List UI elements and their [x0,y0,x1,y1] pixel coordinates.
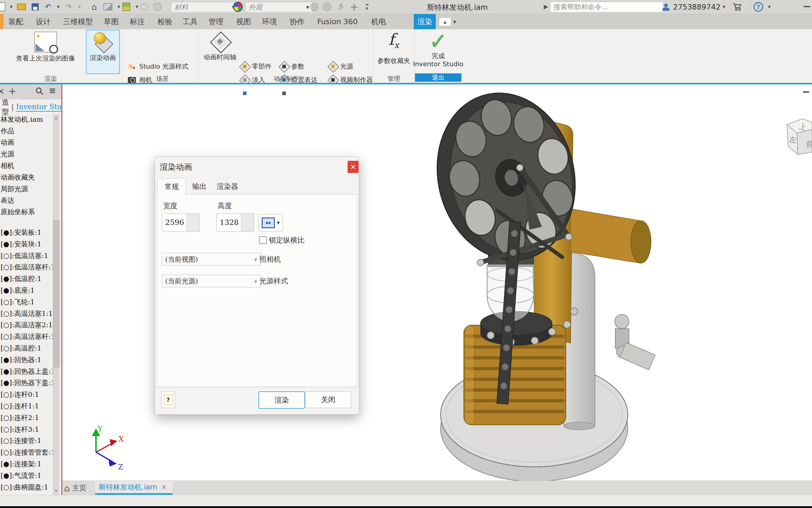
anim-参数-button[interactable]: 参数 [280,60,327,73]
browser-add-icon[interactable]: + [8,86,16,97]
balloon-icon[interactable] [140,2,149,12]
browser-menu-icon[interactable]: ≡ [49,86,56,95]
new-file-caret-icon[interactable]: ▼ [10,5,12,9]
browser-search-icon[interactable] [35,87,44,97]
scroll-down-icon[interactable]: ∨ [53,488,59,493]
appearance-dropdown[interactable]: 外观▼ [245,2,313,12]
view-last-render-button[interactable]: 查看上次渲染的图像 [10,30,81,74]
scrollbar-thumb[interactable] [53,220,60,367]
tree-part[interactable]: [○]:连杆2:1 [0,412,52,424]
screenshot-icon[interactable] [103,2,113,12]
fx-parameters-icon[interactable]: fx [336,2,345,12]
clear-sphere-icon[interactable] [322,2,332,12]
dialog-tab-output[interactable]: 输出 [186,178,213,195]
camera-select[interactable]: (当前视图) ∨ [162,253,261,265]
height-input[interactable]: 1328 [217,214,254,231]
dialog-tab-renderer[interactable]: 渲染器 [213,178,241,195]
tree-folder[interactable]: 相机 [0,160,52,172]
width-spinner[interactable] [186,214,199,231]
dialog-cancel-button[interactable]: 关闭 [305,391,351,408]
tree-part[interactable]: [●]:安装块:1 [0,238,52,250]
tree-part[interactable]: [●]:回热器下盖:1 [0,377,52,389]
user-id[interactable]: 2753889742 [673,3,720,11]
file-menu-edge[interactable] [0,14,4,29]
width-input[interactable]: 2596 [162,214,199,231]
ribbon-collapse-caret-icon[interactable]: ▼ [453,20,456,24]
doc-tab-close-icon[interactable]: ✕ [161,483,166,491]
dialog-help-button[interactable]: ? [161,391,175,408]
tree-part[interactable]: [○]:连接管:1 [0,435,52,447]
help-caret-icon[interactable]: ▼ [768,5,771,9]
tree-part[interactable]: [○]:高温活塞2:1 [0,320,52,331]
parameter-favorites-button[interactable]: fx 参数收藏夹 [375,30,413,74]
tree-part[interactable]: [●]:连接架:1 [0,458,52,470]
help-icon[interactable]: ? [754,2,763,12]
new-file-icon[interactable] [0,2,7,12]
render-image-button[interactable]: 渲染图像 [0,30,9,74]
ribbon-tab-3[interactable]: 三维模型 [59,14,97,29]
tree-part[interactable]: [○]:飞轮:1 [0,296,52,308]
bom-icon[interactable] [122,2,131,12]
tree-part[interactable]: [○]:连杆3:1 [0,424,52,435]
redo-icon[interactable]: ↷ [64,2,73,12]
browser-scrollbar[interactable]: ∧ ∨ [53,114,59,495]
dialog-close-button[interactable]: ✕ [347,161,359,173]
tree-folder[interactable]: 动画收藏夹 [0,172,52,183]
user-caret-icon[interactable]: ▼ [723,5,725,9]
ribbon-tab-6[interactable]: 检验 [153,14,177,29]
ribbon-tab-12[interactable]: Fusion 360 [314,14,361,29]
tree-part[interactable]: [●]:低温腔:1 [0,273,52,285]
home-view-icon[interactable]: ⌂ [89,2,99,12]
ribbon-tab-4[interactable]: 草图 [101,14,121,29]
ribbon-tab-8[interactable]: 管理 [204,14,228,29]
undo-caret-icon[interactable]: ▼ [57,5,60,9]
navbar-collapse-dash-icon[interactable] [803,91,809,93]
undo-icon[interactable]: ↶ [43,2,53,12]
user-avatar-icon[interactable] [661,2,671,12]
save-icon[interactable] [31,2,40,12]
studio-lighting-style-button[interactable]: ✳Studio 光源样式 [128,60,197,73]
ribbon-tab-13[interactable]: 机电 [366,14,392,29]
tree-part[interactable]: [○]:曲柄圆盘:1 [0,481,52,493]
ribbon-tab-1[interactable]: 装配 [4,14,28,29]
ribbon-tab-7[interactable]: 工具 [181,14,199,29]
light-style-select[interactable]: (当前光源) ∨ [162,275,261,287]
tree-part[interactable]: [○]:连杆0:1 [0,389,52,400]
animation-timeline-button[interactable]: 动画时间轴 [202,30,238,74]
open-folder-icon[interactable] [17,2,26,12]
dialog-tab-general[interactable]: 常规 [157,178,186,195]
adjust-sphere-icon[interactable] [309,2,319,12]
browser-close-icon[interactable]: × [0,86,4,96]
cart-icon[interactable] [732,2,742,12]
height-spinner[interactable] [241,214,254,231]
ribbon-tab-9[interactable]: 视图 [233,14,254,29]
qat-customize-icon[interactable]: ▬▼ [366,2,369,11]
tree-folder[interactable]: 光源 [0,148,52,160]
tree-part[interactable]: [●]:底座:1 [0,285,52,296]
tree-folder[interactable]: 作品 [0,125,52,137]
tree-folder[interactable]: 局部光源 [0,183,52,195]
minimize-window-icon[interactable] [804,6,810,7]
title-expand-arrow-icon[interactable]: ▶ [544,3,548,10]
view-cube[interactable]: 上 左 前 [775,111,812,161]
ribbon-tab-10[interactable]: 环境 [259,14,281,29]
tree-part[interactable]: [●]:安装板:1 [0,227,52,238]
tree-part[interactable]: [○]:低温活塞杆:1 [0,262,52,273]
screenshot-caret-icon[interactable]: ▼ [117,5,120,9]
help-search-input[interactable]: 搜索帮助和命令... [550,2,663,12]
ribbon-tab-2[interactable]: 设计 [32,14,55,29]
active-doc-tab[interactable]: 斯特林发动机.iam ✕ [95,481,173,495]
tree-folder[interactable]: 动画 [0,137,52,149]
tree-part[interactable]: [○]:连杆1:1 [0,400,52,412]
tree-folder[interactable]: 原始坐标系 [0,206,52,218]
tree-part[interactable]: [○]:高温腔:1 [0,342,52,354]
tree-part[interactable]: [○]:低温活塞:1 [0,250,52,262]
home-doc-tab[interactable]: ⌂ 主页 [64,481,94,495]
browser-tab-inventor-studio[interactable]: Inventor Stu [16,102,61,112]
tree-part[interactable]: [●]:气流管:1 [0,470,52,481]
tree-root-assembly[interactable]: 林发动机.iam [0,114,52,125]
dialog-render-button[interactable]: 渲染 [258,391,305,409]
tree-part[interactable]: [●]:回热器:1 [0,354,52,366]
ribbon-tab-14[interactable]: 渲染 [414,14,436,29]
tree-part[interactable]: [○]:高温活塞1:1 [0,308,52,320]
